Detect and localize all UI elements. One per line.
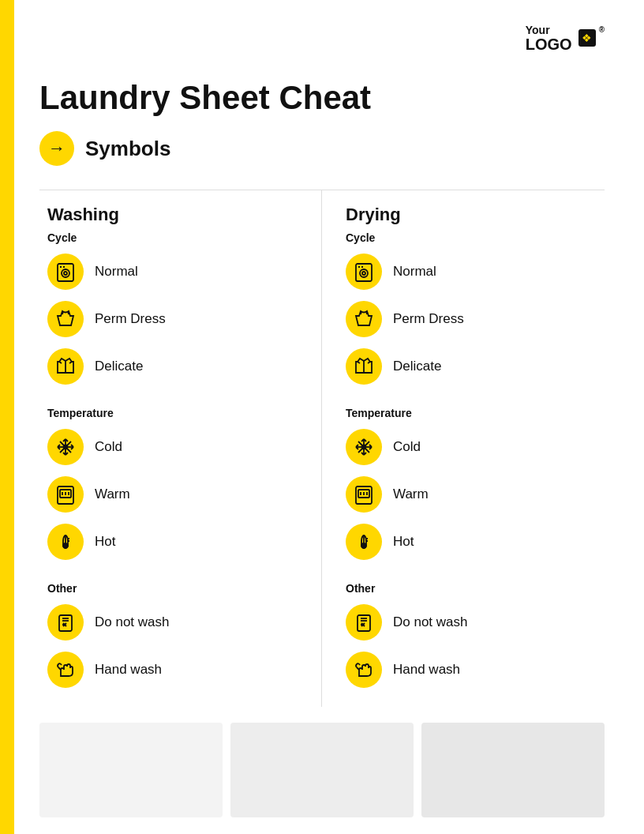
list-item: Do not wash	[47, 604, 298, 641]
washing-hot-label: Hot	[95, 534, 115, 550]
svg-line-6	[68, 311, 69, 314]
svg-point-64	[361, 543, 366, 548]
drying-hot-label: Hot	[393, 534, 414, 550]
bottom-accent	[0, 676, 14, 834]
drying-perm-dress-label: Perm Dress	[393, 311, 464, 327]
list-item: Hand wash	[47, 652, 298, 688]
drying-normal-label: Normal	[393, 264, 436, 280]
svg-line-73	[357, 667, 359, 670]
thermometer-icon	[47, 524, 84, 560]
list-item: Cold	[47, 429, 298, 465]
washing-perm-dress-label: Perm Dress	[95, 311, 166, 327]
symbols-header: → Symbols	[39, 131, 605, 166]
drying-temp-label: Temperature	[346, 407, 589, 419]
svg-line-43	[366, 311, 367, 314]
hand-wash-icon	[47, 652, 84, 688]
logo-icon	[578, 29, 596, 47]
washer2-icon	[47, 476, 84, 513]
drying-hand-wash-icon	[346, 652, 382, 688]
svg-line-36	[58, 667, 61, 670]
list-item: Normal	[346, 254, 589, 290]
list-item: Perm Dress	[346, 301, 589, 337]
logo-line1: Your	[526, 24, 572, 36]
washing-delicate-label: Delicate	[95, 359, 143, 374]
drying-snowflake-icon	[346, 429, 382, 465]
svg-point-1	[62, 269, 69, 277]
drying-no-wash-label: Do not wash	[393, 614, 468, 630]
washing-column: Washing Cycle Normal	[39, 190, 322, 707]
jacket-icon	[47, 348, 84, 385]
washing-warm-label: Warm	[95, 486, 130, 502]
list-item: Warm	[346, 476, 589, 513]
drying-dress-icon	[346, 301, 382, 337]
drying-column: Drying Cycle Normal	[322, 190, 605, 707]
dress-icon	[47, 301, 84, 337]
snowflake-icon	[47, 429, 84, 465]
drying-cold-label: Cold	[393, 439, 421, 455]
list-item: Delicate	[47, 348, 298, 385]
washer-icon	[47, 254, 84, 290]
drying-warm-label: Warm	[393, 486, 429, 502]
washing-title: Washing	[47, 205, 298, 225]
svg-point-2	[64, 272, 67, 275]
drying-hand-wash-label: Hand wash	[393, 662, 460, 678]
list-item: Delicate	[346, 348, 589, 385]
svg-point-39	[362, 272, 365, 275]
list-item: Cold	[346, 429, 589, 465]
list-item: Hot	[346, 524, 589, 560]
washing-cold-label: Cold	[95, 439, 122, 455]
bottom-img-3	[421, 723, 605, 817]
svg-point-38	[360, 269, 368, 277]
bottom-images	[39, 723, 605, 817]
drying-delicate-label: Delicate	[393, 359, 441, 374]
arrow-icon: →	[39, 131, 74, 166]
logo-line2: LOGO	[526, 36, 572, 52]
svg-line-5	[62, 311, 63, 314]
main-content: Laundry Sheet Cheat → Symbols Washing Cy…	[39, 79, 605, 817]
washing-other-label: Other	[47, 582, 298, 595]
symbols-label: Symbols	[85, 137, 170, 161]
svg-line-42	[361, 311, 361, 314]
washing-normal-label: Normal	[95, 264, 138, 280]
washing-temp-label: Temperature	[47, 407, 298, 419]
washing-hand-wash-label: Hand wash	[95, 662, 162, 678]
bottom-img-1	[39, 723, 223, 817]
drying-washer2-icon	[346, 476, 382, 513]
list-item: Hot	[47, 524, 298, 560]
no-wash-icon	[47, 604, 84, 641]
list-item: Normal	[47, 254, 298, 290]
registered-mark: ®	[599, 25, 605, 34]
drying-no-wash-icon	[346, 604, 382, 641]
grid: Washing Cycle Normal	[39, 190, 605, 707]
list-item: Do not wash	[346, 604, 589, 641]
bottom-img-2	[230, 723, 414, 817]
logo-area: Your LOGO ®	[526, 24, 605, 52]
drying-jacket-icon	[346, 348, 382, 385]
drying-thermometer-icon	[346, 524, 382, 560]
list-item: Perm Dress	[47, 301, 298, 337]
list-item: Hand wash	[346, 652, 589, 688]
drying-cycle-label: Cycle	[346, 231, 589, 244]
washing-cycle-label: Cycle	[47, 231, 298, 244]
drying-title: Drying	[346, 205, 589, 225]
washing-no-wash-label: Do not wash	[95, 614, 170, 630]
drying-other-label: Other	[346, 582, 589, 595]
list-item: Warm	[47, 476, 298, 513]
page-title: Laundry Sheet Cheat	[39, 79, 605, 117]
svg-point-27	[63, 543, 68, 548]
drying-washer-icon	[346, 254, 382, 290]
